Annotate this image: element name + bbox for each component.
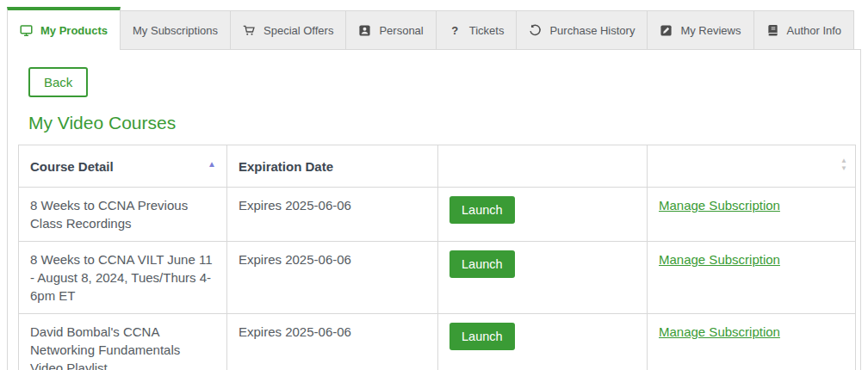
manage-subscription-link[interactable]: Manage Subscription <box>659 252 780 267</box>
tab-my-reviews[interactable]: My Reviews <box>647 10 753 49</box>
video-courses-table: Course Detail▲Expiration Date▲▼ 8 Weeks … <box>18 145 856 370</box>
sort-both-icon: ▲▼ <box>840 157 847 172</box>
launch-button[interactable]: Launch <box>450 196 515 224</box>
tab-label: Personal <box>379 24 423 37</box>
tab-purchase-history[interactable]: Purchase History <box>516 10 648 49</box>
table-header-row: Course Detail▲Expiration Date▲▼ <box>19 145 856 188</box>
manage-cell: Manage Subscription <box>648 188 856 242</box>
expiration-date-cell: Expires 2025-06-06 <box>227 242 438 314</box>
monitor-icon <box>20 24 33 37</box>
tab-label: My Products <box>40 24 108 37</box>
question-icon: ? <box>449 24 462 37</box>
tab-label: My Subscriptions <box>133 24 218 37</box>
account-page: My Products My Subscriptions Special Off… <box>0 0 868 370</box>
launch-cell: Launch <box>438 314 648 370</box>
tab-special-offers[interactable]: Special Offers <box>230 10 346 49</box>
course-detail-cell: 8 Weeks to CCNA VILT June 11 - August 8,… <box>19 242 227 314</box>
table-row: David Bombal's CCNA Networking Fundament… <box>19 314 856 370</box>
column-header-label: Expiration Date <box>239 157 333 176</box>
column-header-blank-3[interactable]: ▲▼ <box>648 145 856 188</box>
expiration-date-cell: Expires 2025-06-06 <box>227 188 438 242</box>
column-header-label: Course Detail <box>30 157 114 176</box>
cart-icon <box>243 24 256 37</box>
tab-label: Tickets <box>469 24 505 37</box>
tab-author-info[interactable]: Author Info <box>753 10 855 49</box>
course-detail-cell: 8 Weeks to CCNA Previous Class Recording… <box>19 188 227 242</box>
expiration-date-cell: Expires 2025-06-06 <box>227 314 438 370</box>
my-products-panel: Back My Video Courses Course Detail▲Expi… <box>7 50 861 370</box>
launch-button[interactable]: Launch <box>450 323 515 350</box>
tab-label: Purchase History <box>549 24 635 37</box>
book-icon <box>766 24 779 37</box>
launch-cell: Launch <box>438 188 648 242</box>
page-title: My Video Courses <box>28 113 860 133</box>
column-header-blank-2[interactable] <box>438 145 648 188</box>
table-row: 8 Weeks to CCNA Previous Class Recording… <box>19 188 856 242</box>
table-body: 8 Weeks to CCNA Previous Class Recording… <box>19 188 856 370</box>
manage-cell: Manage Subscription <box>648 314 856 370</box>
column-header-expiration-date[interactable]: Expiration Date <box>227 145 438 188</box>
tab-label: My Reviews <box>680 24 741 37</box>
sort-ascending-icon: ▲ <box>208 160 216 169</box>
history-icon <box>529 24 542 37</box>
back-button[interactable]: Back <box>28 67 88 97</box>
tab-my-products[interactable]: My Products <box>7 7 121 50</box>
tab-personal[interactable]: Personal <box>345 10 436 49</box>
tab-bar: My Products My Subscriptions Special Off… <box>7 7 861 50</box>
tab-label: Author Info <box>787 24 842 37</box>
tab-my-subscriptions[interactable]: My Subscriptions <box>120 10 231 49</box>
manage-subscription-link[interactable]: Manage Subscription <box>659 324 780 339</box>
column-header-course-detail[interactable]: Course Detail▲ <box>19 145 227 188</box>
table-row: 8 Weeks to CCNA VILT June 11 - August 8,… <box>19 242 856 314</box>
launch-button[interactable]: Launch <box>450 250 515 278</box>
manage-subscription-link[interactable]: Manage Subscription <box>659 198 780 213</box>
tab-tickets[interactable]: ? Tickets <box>436 10 518 49</box>
manage-cell: Manage Subscription <box>648 242 856 314</box>
launch-cell: Launch <box>438 242 648 314</box>
tab-label: Special Offers <box>264 24 333 37</box>
id-card-icon <box>358 24 371 37</box>
edit-icon <box>660 24 673 37</box>
course-detail-cell: David Bombal's CCNA Networking Fundament… <box>19 314 227 370</box>
